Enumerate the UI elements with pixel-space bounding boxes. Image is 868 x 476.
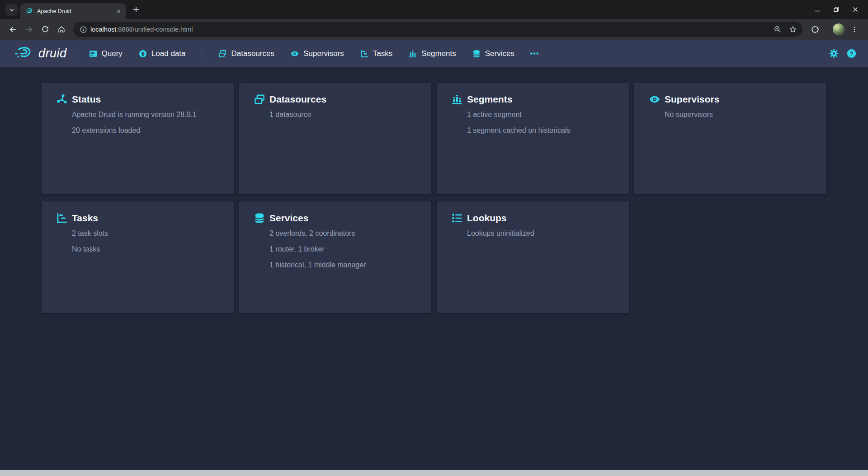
url-path: :8888/unified-console.html <box>116 26 193 33</box>
nav-item-label: Query <box>102 49 123 58</box>
forward-button[interactable] <box>22 23 36 36</box>
eye-icon <box>291 50 299 58</box>
card-supervisors[interactable]: SupervisorsNo supervisors <box>634 83 826 194</box>
card-services[interactable]: Services2 overlords, 2 coordinators1 rou… <box>239 201 431 313</box>
card-status-line: 1 historical, 1 middle manager <box>269 261 419 269</box>
database-icon <box>472 50 481 58</box>
nav-item-label: Segments <box>421 49 456 58</box>
chevron-down-icon <box>9 7 14 13</box>
url-bar[interactable]: localhost:8888/unified-console.html <box>73 22 802 37</box>
druid-header-right: ? <box>829 49 856 58</box>
card-header: Tasks <box>57 213 221 224</box>
forward-icon <box>25 25 33 34</box>
card-title: Status <box>72 94 101 105</box>
more-icon <box>530 52 539 55</box>
nav-item-datasources[interactable]: Datasources <box>218 49 274 58</box>
window-close-button[interactable] <box>853 7 858 12</box>
window-controls <box>815 7 864 12</box>
gear-icon <box>829 49 839 58</box>
restore-icon <box>834 7 839 12</box>
card-status-line: 2 overlords, 2 coordinators <box>269 229 419 238</box>
card-header: Datasources <box>254 94 419 105</box>
card-title: Services <box>269 213 308 224</box>
window-restore-button[interactable] <box>834 7 839 12</box>
nav-more-button[interactable] <box>530 52 539 55</box>
extensions-button[interactable] <box>808 23 822 36</box>
profile-avatar[interactable] <box>833 23 844 35</box>
datasources-icon <box>218 50 226 58</box>
new-tab-button[interactable] <box>130 4 142 15</box>
card-header: Supervisors <box>649 94 814 105</box>
card-status-line: 1 active segment <box>467 111 616 119</box>
database-icon <box>254 213 265 224</box>
nav-item-segments[interactable]: Segments <box>409 49 456 58</box>
close-icon <box>853 7 858 12</box>
svg-text:?: ? <box>849 50 853 57</box>
query-icon <box>89 50 97 58</box>
zoom-icon[interactable] <box>774 25 782 33</box>
star-icon[interactable] <box>789 25 797 33</box>
card-title: Segments <box>467 94 512 105</box>
card-header: Services <box>254 213 419 224</box>
stacked-chart-icon <box>409 50 417 58</box>
help-icon: ? <box>847 49 856 58</box>
url-text: localhost:8888/unified-console.html <box>90 26 193 33</box>
stacked-chart-icon <box>452 94 462 105</box>
tab-search-button[interactable] <box>5 4 18 16</box>
load-data-icon <box>139 50 147 58</box>
reload-button[interactable] <box>38 23 52 36</box>
card-status-line: No supervisors <box>665 111 814 119</box>
home-button[interactable] <box>55 23 68 36</box>
nav-item-label: Services <box>485 49 514 58</box>
card-title: Tasks <box>72 213 98 224</box>
browser-tab[interactable]: Apache Druid × <box>20 3 126 19</box>
nav-item-load-data[interactable]: Load data <box>139 49 186 58</box>
eye-icon <box>649 94 660 105</box>
window-minimize-button[interactable] <box>815 7 820 12</box>
nav-item-query[interactable]: Query <box>89 49 123 58</box>
nav-item-tasks[interactable]: Tasks <box>360 49 392 58</box>
nav-item-label: Supervisors <box>303 49 344 58</box>
card-header: Lookups <box>452 213 616 224</box>
window-bottom-edge <box>0 470 868 476</box>
card-datasources[interactable]: Datasources1 datasource <box>239 83 431 194</box>
card-status-line: 2 task slots <box>72 229 221 238</box>
datasources-icon <box>254 94 265 105</box>
graph-icon <box>57 94 67 105</box>
card-status-line: 1 router, 1 broker <box>269 245 419 253</box>
back-icon <box>9 25 17 34</box>
card-status[interactable]: StatusApache Druid is running version 28… <box>42 83 234 194</box>
nav-item-label: Datasources <box>231 49 274 58</box>
tab-close-icon[interactable]: × <box>115 7 123 15</box>
extensions-icon <box>811 25 820 34</box>
browser-toolbar: localhost:8888/unified-console.html <box>0 19 868 40</box>
card-status-line: 1 datasource <box>269 111 419 119</box>
browser-menu-button[interactable] <box>848 23 861 36</box>
settings-button[interactable] <box>829 49 839 58</box>
help-button[interactable]: ? <box>847 49 856 58</box>
reload-icon <box>41 25 49 33</box>
nav-item-supervisors[interactable]: Supervisors <box>291 49 344 58</box>
gantt-icon <box>360 50 368 58</box>
card-header: Segments <box>452 94 616 105</box>
card-status-line: 1 segment cached on historicals <box>467 126 616 135</box>
card-status-line: Lookups uninitialized <box>467 229 616 238</box>
kebab-menu-icon <box>851 26 858 33</box>
back-button[interactable] <box>6 23 19 36</box>
card-tasks[interactable]: Tasks2 task slotsNo tasks <box>42 201 234 313</box>
lookups-icon <box>452 213 462 224</box>
nav-item-services[interactable]: Services <box>472 49 514 58</box>
home-icon <box>57 25 66 33</box>
info-icon[interactable] <box>80 26 87 33</box>
druid-nav-items: QueryLoad dataDatasourcesSupervisorsTask… <box>89 48 514 60</box>
card-title: Lookups <box>467 213 507 224</box>
druid-logo[interactable]: druid <box>14 46 67 61</box>
nav-divider <box>202 48 202 60</box>
card-lookups[interactable]: LookupsLookups uninitialized <box>437 201 629 313</box>
druid-logo-icon <box>14 46 34 61</box>
card-status-line: Apache Druid is running version 28.0.1 <box>72 111 221 119</box>
card-segments[interactable]: Segments1 active segment1 segment cached… <box>437 83 629 194</box>
druid-header: druid QueryLoad dataDatasourcesSuperviso… <box>0 40 868 67</box>
card-header: Status <box>57 94 221 105</box>
url-host: localhost <box>90 26 116 33</box>
